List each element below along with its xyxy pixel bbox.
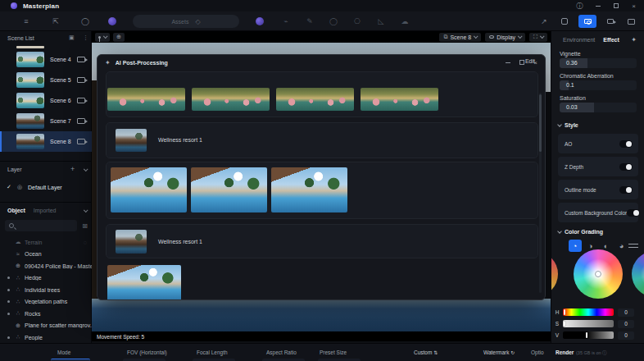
layer-visibility-icon[interactable]: ◎	[17, 184, 22, 190]
render-button[interactable]: Render	[556, 350, 574, 355]
object-search-input[interactable]	[5, 220, 77, 231]
grid-view-icon[interactable]: ⊞	[82, 222, 88, 230]
object-collapse-icon[interactable]	[84, 208, 88, 212]
select-tool-icon[interactable]: ◯	[79, 15, 92, 28]
scene-row[interactable]: Scene 7	[0, 111, 92, 131]
scene-card-view-icon[interactable]: ▣	[69, 34, 75, 41]
color-wheel-next[interactable]	[632, 251, 644, 297]
options-label[interactable]: Optio	[531, 350, 544, 355]
expand-dot[interactable]	[7, 300, 10, 303]
object-row[interactable]: ≈ Ocean	[0, 249, 92, 261]
saturation-grading-value[interactable]: 0	[618, 320, 634, 328]
result-thumbnail[interactable]	[271, 167, 347, 212]
scene-camera-icon[interactable]	[77, 118, 85, 124]
cloud-tool-icon[interactable]: ☁	[398, 15, 411, 28]
object-row[interactable]: ∴ Vegetation paths	[0, 296, 92, 308]
ai-orb-icon[interactable]	[108, 17, 116, 25]
modal-scrollbar[interactable]	[539, 93, 542, 293]
scene-list-menu-icon[interactable]: ⋮	[83, 34, 88, 41]
task-source-thumbnail[interactable]	[116, 230, 147, 254]
viewport-globe-button[interactable]: ⊕	[113, 33, 125, 42]
result-thumbnail[interactable]	[111, 167, 187, 212]
menu-icon[interactable]: ≡	[20, 15, 33, 28]
object-row[interactable]: ∴ Rocks	[0, 308, 92, 320]
vignette-slider[interactable]: 0.36	[560, 58, 637, 68]
scene-camera-icon[interactable]	[77, 77, 85, 83]
modal-header[interactable]: ✦ AI Post-Processing ×	[98, 55, 545, 70]
result-thumbnail[interactable]	[192, 88, 270, 111]
tab-effect[interactable]: Effect	[603, 37, 619, 43]
task-source-thumbnail[interactable]	[116, 129, 147, 152]
wand-icon[interactable]: ✦	[631, 36, 637, 43]
display-dropdown[interactable]: Display	[485, 33, 525, 42]
hue-slider[interactable]	[563, 308, 614, 316]
pen-tool-icon[interactable]: ✎	[303, 15, 316, 28]
object-row[interactable]: ⊕ Plane for scatter mangrov...	[0, 320, 92, 332]
assets-bag-icon[interactable]	[558, 15, 571, 28]
tab-imported[interactable]: Imported	[34, 208, 57, 213]
result-thumbnail[interactable]	[361, 88, 438, 111]
result-thumbnail[interactable]	[107, 265, 181, 300]
scene-row[interactable]: Scene 5	[0, 70, 92, 90]
info-icon[interactable]: ⓘ	[576, 2, 583, 11]
zdepth-toggle[interactable]	[619, 163, 633, 171]
view-options-dropdown[interactable]: ⛶	[529, 33, 547, 42]
scene-camera-icon[interactable]	[77, 98, 85, 103]
ao-toggle[interactable]	[619, 140, 633, 148]
expand-dot[interactable]	[7, 313, 10, 315]
walk-mode-button[interactable]	[95, 33, 110, 42]
value-slider[interactable]	[563, 331, 614, 339]
saturation-grading-slider[interactable]	[563, 320, 614, 327]
close-icon[interactable]: ×	[632, 2, 636, 10]
camera-path-tool-icon[interactable]: ⎔	[351, 15, 364, 28]
screenshot-icon[interactable]	[624, 15, 637, 28]
assets-search[interactable]: Assets ◇	[133, 15, 239, 28]
add-layer-icon[interactable]: +	[70, 165, 75, 173]
color-wheel-knob[interactable]	[595, 271, 601, 277]
modal-minimize-icon[interactable]	[506, 62, 510, 63]
result-thumbnail[interactable]	[276, 88, 354, 111]
object-row[interactable]: ∴ People	[0, 331, 92, 344]
default-layer-row[interactable]: ✓ ◎ Default Layer	[0, 180, 92, 194]
light-tool-icon[interactable]: ◌	[256, 15, 269, 28]
share-icon[interactable]: ↗	[537, 15, 551, 28]
expand-dot[interactable]	[7, 289, 10, 291]
object-row[interactable]: ⊕ 090424 Police Bay - Maste...	[0, 260, 92, 272]
result-thumbnail[interactable]	[107, 88, 185, 111]
photo-mode-button[interactable]	[578, 15, 596, 28]
object-row[interactable]: ☁ Terrain ◌	[0, 236, 92, 249]
style-section-header[interactable]: Style	[558, 122, 578, 128]
tab-object[interactable]: Object	[7, 208, 25, 213]
scene-camera-icon[interactable]	[77, 57, 85, 62]
minimize-icon[interactable]	[596, 6, 601, 7]
color-grading-header[interactable]: Color Grading	[558, 229, 603, 235]
tag-tool-icon[interactable]: ◺	[374, 15, 388, 28]
scene-row[interactable]: Scene 4	[0, 49, 92, 70]
modal-maximize-icon[interactable]	[519, 60, 524, 65]
chromatic-aberration-slider[interactable]: 0.1	[560, 80, 637, 90]
custom-dropdown[interactable]: Custom ⇅	[414, 350, 438, 355]
lasso-tool-icon[interactable]: ◯	[327, 15, 340, 28]
maximize-icon[interactable]	[614, 3, 619, 8]
outline-toggle[interactable]	[619, 186, 633, 194]
hue-value[interactable]: 0	[618, 308, 634, 317]
scene-camera-icon[interactable]	[77, 139, 85, 144]
value-value[interactable]: 0	[618, 331, 634, 340]
object-row[interactable]: ∴ Hedge	[0, 272, 92, 285]
path-tool-icon[interactable]: ⌁	[279, 15, 293, 28]
terrain-sync-icon[interactable]: ◌	[84, 240, 87, 245]
edit-button[interactable]: Edit	[525, 58, 535, 64]
result-thumbnail[interactable]	[191, 167, 267, 212]
layer-collapse-icon[interactable]	[84, 167, 88, 171]
scene-selector-dropdown[interactable]: ⧉ Scene 8	[439, 33, 481, 42]
saturation-slider[interactable]: 0.03	[560, 103, 637, 112]
object-row[interactable]: ∴ Individal trees	[0, 284, 92, 296]
watermark-button[interactable]: Watermark ↻	[483, 350, 515, 355]
scene-row[interactable]: Scene 6	[0, 90, 92, 111]
color-wheel-prev[interactable]	[551, 251, 558, 297]
scene-row-selected[interactable]: Scene 8	[0, 131, 92, 152]
expand-dot[interactable]	[7, 276, 10, 279]
import-icon[interactable]: ⇱	[49, 15, 62, 28]
expand-dot[interactable]	[7, 336, 10, 339]
custom-bg-toggle[interactable]	[627, 209, 640, 217]
